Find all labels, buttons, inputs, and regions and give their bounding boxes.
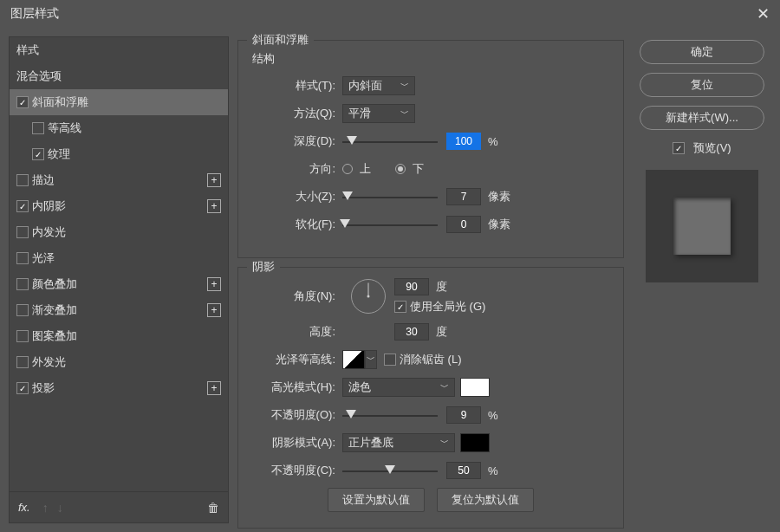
- antialias-checkbox[interactable]: [384, 354, 396, 366]
- shadow-opacity-unit: %: [488, 464, 498, 477]
- gloss-contour-label: 光泽等高线:: [249, 352, 342, 367]
- checkbox-pattern-overlay[interactable]: [16, 330, 29, 342]
- checkbox-stroke[interactable]: [16, 174, 29, 186]
- effect-gradient-overlay[interactable]: 渐变叠加 +: [10, 297, 228, 323]
- structure-fieldset: 斜面和浮雕 结构 样式(T): 内斜面﹀ 方法(Q): 平滑﹀ 深度(D): %: [237, 40, 624, 258]
- shading-fieldset: 阴影 角度(N): 度 使用全局光 (G): [237, 267, 624, 529]
- cancel-button[interactable]: 复位: [640, 73, 764, 97]
- chevron-down-icon: ﹀: [440, 437, 449, 449]
- layer-style-dialog: 图层样式 ✕ 样式 混合选项 斜面和浮雕 等高线 纹理: [0, 0, 780, 532]
- technique-label: 方法(Q):: [249, 106, 342, 121]
- section-title: 斜面和浮雕: [247, 32, 314, 48]
- chevron-down-icon: ﹀: [440, 381, 449, 393]
- effect-satin[interactable]: 光泽: [10, 245, 228, 271]
- effect-outer-glow[interactable]: 外发光: [10, 349, 228, 375]
- add-color-overlay-icon[interactable]: +: [207, 277, 221, 291]
- checkbox-inner-glow[interactable]: [16, 226, 29, 238]
- altitude-unit: 度: [436, 324, 447, 340]
- depth-label: 深度(D):: [249, 133, 342, 149]
- effect-bevel[interactable]: 斜面和浮雕: [10, 89, 228, 115]
- size-slider[interactable]: [342, 190, 438, 204]
- close-button[interactable]: ✕: [745, 0, 780, 28]
- effect-stroke[interactable]: 描边 +: [10, 167, 228, 193]
- titlebar: 图层样式 ✕: [0, 0, 780, 28]
- shadow-opacity-input[interactable]: [446, 462, 481, 479]
- style-select[interactable]: 内斜面﹀: [342, 76, 415, 95]
- size-label: 大小(Z):: [249, 189, 342, 204]
- chevron-down-icon: ﹀: [400, 107, 409, 120]
- make-default-button[interactable]: 设置为默认值: [328, 488, 425, 512]
- depth-slider[interactable]: [342, 134, 438, 148]
- effect-contour[interactable]: 等高线: [10, 115, 228, 141]
- size-unit: 像素: [488, 189, 510, 204]
- checkbox-drop-shadow[interactable]: [16, 382, 29, 394]
- checkbox-contour[interactable]: [32, 122, 44, 134]
- checkbox-gradient-overlay[interactable]: [16, 304, 29, 316]
- effect-inner-shadow[interactable]: 内阴影 +: [10, 193, 228, 219]
- direction-label: 方向:: [249, 161, 342, 177]
- checkbox-inner-shadow[interactable]: [16, 200, 29, 212]
- checkbox-bevel[interactable]: [16, 96, 29, 108]
- shadow-color-swatch[interactable]: [460, 433, 490, 452]
- soften-slider[interactable]: [342, 217, 438, 231]
- styles-panel: 样式 混合选项 斜面和浮雕 等高线 纹理 描边 +: [9, 36, 229, 523]
- depth-input[interactable]: [446, 133, 481, 150]
- shadow-opacity-slider[interactable]: [342, 464, 438, 477]
- highlight-opacity-input[interactable]: [446, 406, 481, 424]
- effect-inner-glow[interactable]: 内发光: [10, 219, 228, 245]
- preview-area: [646, 170, 758, 282]
- new-style-button[interactable]: 新建样式(W)...: [640, 106, 764, 130]
- checkbox-texture[interactable]: [32, 148, 44, 160]
- reset-default-button[interactable]: 复位为默认值: [437, 488, 534, 512]
- effect-texture[interactable]: 纹理: [10, 141, 228, 167]
- highlight-mode-select[interactable]: 滤色﹀: [342, 378, 455, 397]
- checkbox-color-overlay[interactable]: [16, 278, 29, 290]
- shadow-opacity-label: 不透明度(C):: [249, 463, 342, 478]
- fx-menu[interactable]: fx.: [18, 501, 30, 514]
- close-icon: ✕: [757, 4, 770, 23]
- direction-down-radio[interactable]: [395, 164, 406, 174]
- shadow-mode-select[interactable]: 正片叠底﹀: [342, 433, 455, 452]
- altitude-label: 高度:: [249, 324, 342, 340]
- checkbox-satin[interactable]: [16, 252, 29, 264]
- add-gradient-overlay-icon[interactable]: +: [207, 303, 221, 317]
- gloss-contour-swatch[interactable]: [342, 350, 365, 369]
- blending-options[interactable]: 混合选项: [10, 63, 228, 89]
- highlight-mode-label: 高光模式(H):: [249, 380, 342, 395]
- angle-dial[interactable]: [351, 279, 386, 314]
- technique-select[interactable]: 平滑﹀: [342, 104, 415, 123]
- effect-pattern-overlay[interactable]: 图案叠加: [10, 323, 228, 349]
- shadow-mode-label: 阴影模式(A):: [249, 435, 342, 451]
- add-stroke-icon[interactable]: +: [207, 173, 221, 187]
- soften-unit: 像素: [488, 217, 510, 232]
- add-inner-shadow-icon[interactable]: +: [207, 199, 221, 213]
- highlight-opacity-slider[interactable]: [342, 408, 438, 422]
- effect-color-overlay[interactable]: 颜色叠加 +: [10, 271, 228, 297]
- size-input[interactable]: [446, 188, 481, 205]
- altitude-input[interactable]: [394, 323, 429, 341]
- settings-panel: 斜面和浮雕 结构 样式(T): 内斜面﹀ 方法(Q): 平滑﹀ 深度(D): %: [237, 36, 624, 523]
- shading-title: 阴影: [247, 259, 280, 275]
- preview-checkbox-row[interactable]: 预览(V): [673, 140, 731, 156]
- soften-label: 软化(F):: [249, 217, 342, 232]
- styles-footer: fx. ↑ ↓ 🗑: [10, 491, 228, 522]
- checkbox-outer-glow[interactable]: [16, 356, 29, 368]
- ok-button[interactable]: 确定: [640, 40, 764, 64]
- structure-title: 结构: [252, 51, 613, 67]
- trash-icon[interactable]: 🗑: [207, 501, 219, 515]
- angle-input[interactable]: [394, 278, 429, 295]
- soften-input[interactable]: [446, 216, 481, 233]
- direction-up-radio[interactable]: [342, 164, 353, 174]
- preview-checkbox[interactable]: [673, 142, 685, 154]
- move-down-icon[interactable]: ↓: [57, 501, 63, 515]
- highlight-opacity-label: 不透明度(O):: [249, 407, 342, 423]
- style-label: 样式(T):: [249, 78, 342, 94]
- dialog-body: 样式 混合选项 斜面和浮雕 等高线 纹理 描边 +: [0, 28, 780, 532]
- effect-drop-shadow[interactable]: 投影 +: [10, 375, 228, 401]
- highlight-color-swatch[interactable]: [460, 378, 490, 397]
- gloss-contour-dropdown[interactable]: ﹀: [365, 350, 377, 369]
- move-up-icon[interactable]: ↑: [42, 501, 49, 515]
- styles-header[interactable]: 样式: [10, 37, 228, 63]
- global-light-checkbox[interactable]: [394, 301, 406, 313]
- add-drop-shadow-icon[interactable]: +: [207, 381, 221, 395]
